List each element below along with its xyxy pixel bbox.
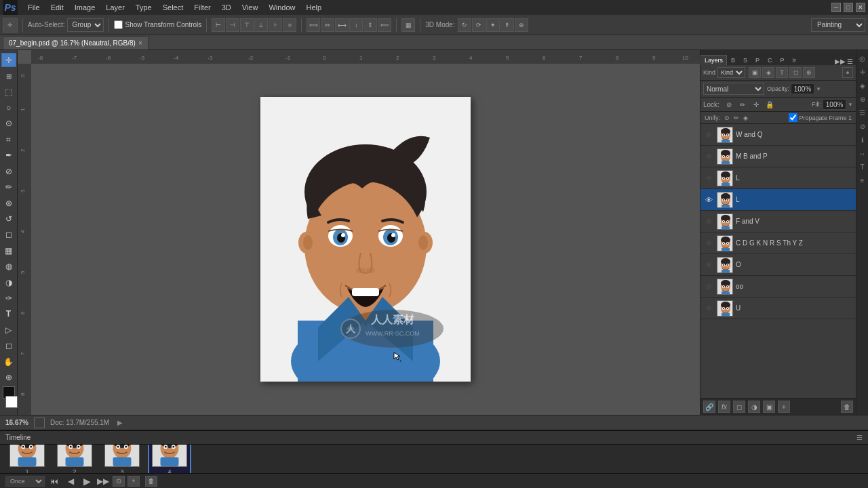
shape-tool[interactable]: ◻ [1,339,16,353]
layer-row[interactable]: 👁 L [701,167,856,189]
re-icon-5[interactable]: ☰ [857,107,868,118]
menu-edit[interactable]: Edit [46,2,68,13]
new-group-btn[interactable]: ▣ [763,401,775,413]
gradient-tool[interactable]: ▦ [1,243,16,258]
distribute-middle-icon[interactable]: ⇕ [363,18,377,32]
new-frame-btn[interactable]: + [127,476,140,487]
layer-visibility-toggle[interactable]: 👁 [703,195,714,205]
distribute-center-icon[interactable]: ⇔ [321,18,334,32]
menu-window[interactable]: Window [264,2,300,13]
layer-row[interactable]: 👁 M B and P [701,146,856,167]
rewind-button[interactable]: ⏮ [47,476,61,487]
zoom-tool[interactable]: ⊕ [1,370,16,384]
3d-scale-icon[interactable]: ⊕ [515,18,528,32]
move-tool-icon[interactable]: ✛ [3,18,18,33]
swatches-tab[interactable]: S [739,55,751,65]
adjustment-btn[interactable]: ◑ [748,401,760,413]
panel-menu-icon[interactable]: ☰ [847,58,853,65]
add-mask-btn[interactable]: ◻ [733,401,745,413]
tab-close-button[interactable]: × [138,39,142,47]
dodge-tool[interactable]: ◑ [1,275,16,289]
artboard-tool[interactable]: ⊞ [1,68,16,83]
hand-tool[interactable]: ✋ [1,354,16,369]
align-center-h-icon[interactable]: ⊣ [226,18,239,32]
play-preview-btn[interactable]: ▶ [115,418,125,428]
opacity-input[interactable] [791,83,814,94]
unify-icon2[interactable]: ✏ [734,115,739,121]
menu-view[interactable]: View [237,2,263,13]
panel-expand-icon[interactable]: ▶▶ [835,58,846,65]
menu-image[interactable]: Image [70,2,100,13]
timeline-frame[interactable]: 35 sec. [100,445,144,473]
layer-row[interactable]: 👁 L [701,189,856,211]
layer-row[interactable]: 👁 F and V [701,211,856,232]
playback-once-select[interactable]: Once Forever 3 Times [5,476,45,487]
filter-toggle-btn[interactable]: ● [842,67,853,78]
layer-visibility-toggle[interactable]: 👁 [703,129,714,140]
layer-row[interactable]: 👁 O [701,254,856,276]
close-button[interactable]: ✕ [856,3,865,12]
path-selection-tool[interactable]: ▷ [1,323,16,337]
filter-type-dropdown[interactable]: Kind [717,67,745,78]
blur-tool[interactable]: ◍ [1,259,16,273]
3d-roll-icon[interactable]: ⟳ [472,18,486,32]
timeline-frame[interactable]: 15 sec. [5,445,49,473]
eraser-tool[interactable]: ◻ [1,228,16,242]
fill-chevron[interactable]: ▼ [848,102,853,108]
re-icon-10[interactable]: ≡ [857,175,868,186]
distribute-top-icon[interactable]: ↕ [349,18,363,32]
propagate-checkbox[interactable] [789,113,797,122]
3d-pan-icon[interactable]: ✦ [486,18,500,32]
re-icon-6[interactable]: ⊘ [857,121,868,131]
quick-select-tool[interactable]: ⊙ [1,117,16,131]
layer-visibility-toggle[interactable]: 👁 [703,260,714,270]
link-layers-btn[interactable]: 🔗 [703,401,715,413]
lock-position-btn[interactable]: ✛ [751,99,762,110]
3d-rotate-icon[interactable]: ↻ [458,18,471,32]
lasso-tool[interactable]: ○ [1,100,16,115]
channels-tab[interactable]: B [727,55,739,65]
background-color[interactable] [5,396,18,408]
layer-visibility-toggle[interactable]: 👁 [703,303,714,314]
menu-select[interactable]: Select [158,2,189,13]
info-tab[interactable]: Ir [789,55,801,65]
type-tool[interactable]: T [1,307,16,321]
lock-transparent-btn[interactable]: ⊘ [724,99,734,110]
auto-select-dropdown[interactable]: Group [67,18,104,32]
zoom-icon[interactable] [34,418,45,428]
filter-shape-btn[interactable]: ◻ [789,67,802,78]
brush-tool[interactable]: ✏ [1,180,16,194]
prev-frame-button[interactable]: ◀ [64,476,77,487]
timeline-frame[interactable]: 25 sec. [53,445,96,473]
re-icon-8[interactable]: ↔ [857,148,868,159]
document-tab[interactable]: 07_begin.psd @ 16.7% (Neautral, RGB/8) × [3,36,149,49]
move-tool[interactable]: ✛ [1,53,16,67]
re-icon-2[interactable]: ✛ [857,66,868,77]
blend-mode-select[interactable]: Normal [703,83,764,95]
layer-visibility-toggle[interactable]: 👁 [703,151,714,162]
layer-visibility-toggle[interactable]: 👁 [703,238,714,249]
delete-frame-btn[interactable]: 🗑 [145,476,157,487]
eyedropper-tool[interactable]: ✒ [1,148,16,163]
properties-tab[interactable]: P [776,55,789,65]
menu-type[interactable]: Type [131,2,157,13]
clone-tool[interactable]: ⊛ [1,196,16,210]
3d-slide-icon[interactable]: ⇞ [500,18,514,32]
paths-tab[interactable]: P [751,55,764,65]
filter-smart-btn[interactable]: ⊕ [803,67,815,78]
filter-pixel-btn[interactable]: ▣ [749,67,761,78]
distribute-left-icon[interactable]: ⟺ [307,18,320,32]
opacity-chevron[interactable]: ▼ [816,86,821,92]
re-icon-1[interactable]: ◎ [857,53,868,64]
crop-tool[interactable]: ⌗ [1,132,16,146]
new-layer-btn[interactable]: + [778,401,790,413]
menu-file[interactable]: File [23,2,45,13]
history-brush-tool[interactable]: ↺ [1,211,16,226]
align-center-v-icon[interactable]: ⊦ [269,18,282,32]
menu-3d[interactable]: 3D [217,2,236,13]
align-top-icon[interactable]: ⊥ [254,18,268,32]
layer-visibility-toggle[interactable]: 👁 [703,173,714,184]
next-frame-button[interactable]: ▶▶ [96,476,110,487]
delete-layer-btn[interactable]: 🗑 [841,401,853,413]
marquee-tool[interactable]: ⬚ [1,85,16,99]
